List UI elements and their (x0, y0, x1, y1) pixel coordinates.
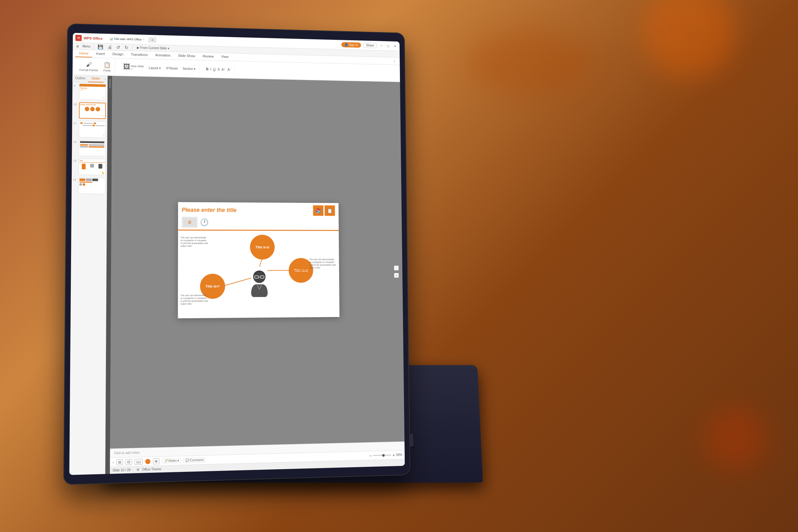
ribbon-expand-icon[interactable]: › (391, 57, 397, 64)
slide-item-13[interactable]: 13 Title 👆 (72, 157, 107, 177)
circle-top: Title text (250, 235, 275, 260)
slide-num-10: 10 (74, 102, 78, 106)
new-slide-arrow: ▾ (131, 68, 132, 71)
reset-label: Reset (170, 66, 178, 70)
tab-animation[interactable]: Animation (152, 52, 174, 59)
sign-in-label: Sign In (349, 43, 358, 47)
slide-num-13: 13 (73, 159, 78, 163)
comment-btn[interactable]: 💬 Comment (184, 457, 206, 463)
file-tab[interactable]: 📊 Flat stati--WPS Office × (106, 36, 148, 42)
slide-num-11: 11 (74, 121, 78, 125)
slide-item-11[interactable]: 11 (72, 120, 107, 139)
circle-top-label: Title text (255, 245, 269, 249)
layout-label: Layout ▾ (149, 66, 160, 70)
slide-subheader: 🖼 🕐 (178, 216, 339, 231)
tab-slides[interactable]: Slides (88, 75, 103, 82)
font-group: B I U S A⁺ A⁻ (204, 66, 234, 73)
slide-item-14[interactable]: 14 (72, 176, 107, 195)
slide-thumb-10[interactable]: Please enter the title ☆ (79, 102, 106, 119)
maximize-button[interactable]: □ (386, 44, 391, 48)
notes-icon: 📝 (164, 459, 168, 463)
paste-label: Paste (103, 69, 111, 72)
slide-body[interactable]: The user can demonstrate on a projector … (178, 233, 340, 308)
close-button[interactable]: × (393, 44, 397, 48)
share-button[interactable]: Share (363, 43, 377, 48)
plus-icon: + (152, 38, 154, 41)
slide-num-12: 12 (73, 140, 78, 144)
layout-button[interactable]: Layout ▾ (147, 65, 162, 71)
nav-prev-icon[interactable]: − (394, 266, 399, 270)
slide-item-10[interactable]: 10 Please enter the title ☆ (72, 101, 107, 120)
tab-view[interactable]: View (217, 53, 232, 61)
new-tab-btn[interactable]: + (148, 37, 156, 42)
font-size-decrease[interactable]: A⁻ (228, 68, 232, 72)
underline-button[interactable]: U (213, 67, 216, 71)
notes-placeholder: Click to add notes (114, 451, 140, 455)
panel-collapse-icon[interactable]: › (103, 76, 107, 82)
circle-left-label: Title text (205, 284, 220, 288)
strikethrough-button[interactable]: S (217, 67, 220, 71)
zoom-in-btn[interactable]: + (393, 453, 395, 457)
zoom-slider[interactable] (373, 455, 392, 456)
section-button[interactable]: Section ▾ (181, 66, 197, 71)
small-text-1: The user can demonstrate on a projector … (180, 236, 209, 248)
tab-design[interactable]: Design (109, 51, 127, 58)
close-tab-icon[interactable]: × (143, 38, 144, 41)
normal-view-btn[interactable]: ⊞ (116, 459, 123, 465)
slide-item-9[interactable]: 9 Teaching project ··· ☆ (72, 82, 107, 101)
reader-view-btn[interactable]: 📖 (135, 458, 143, 464)
new-slide-button[interactable]: 🖼 New Slide ▾ (121, 62, 146, 73)
slide-main[interactable]: Please enter the title 📚 📋 (178, 202, 340, 318)
nav-next-icon[interactable]: + (394, 273, 399, 278)
slide-editor: Please enter the title 📚 📋 (110, 76, 405, 474)
slide-thumb-9[interactable]: Teaching project ··· ☆ (79, 83, 106, 100)
tab-review[interactable]: Review (199, 53, 217, 60)
slide-title[interactable]: Please enter the title (182, 207, 236, 213)
slide-canvas-area[interactable]: Please enter the title 📚 📋 (110, 76, 405, 449)
paste-button[interactable]: 📋 Paste (102, 60, 113, 73)
notes-label: Notes (168, 459, 177, 462)
reset-button[interactable]: ↺ Reset (164, 65, 179, 72)
new-slide-label: New Slide (131, 64, 144, 68)
tab-transitions[interactable]: Transitions (127, 51, 152, 59)
notes-btn[interactable]: 📝 Notes ▾ (162, 458, 181, 463)
slide-thumb-12[interactable] (79, 140, 106, 156)
format-painter-button[interactable]: 🖌 Format Painter (78, 60, 100, 73)
undo-icon[interactable]: ↺ (116, 44, 121, 50)
slide-item-12[interactable]: 12 (72, 138, 107, 158)
tab-outline[interactable]: Outline (72, 75, 88, 82)
extra-view-btn[interactable]: ⊕ (153, 458, 159, 464)
slide-thumb-13[interactable]: Title 👆 (79, 159, 106, 175)
minimize-button[interactable]: − (379, 44, 383, 48)
tab-insert[interactable]: Insert (92, 50, 109, 58)
slide-icon-list: 📋 (324, 205, 335, 216)
present-btn[interactable] (145, 459, 151, 464)
zoom-out-btn[interactable]: − (369, 453, 372, 458)
italic-button[interactable]: I (210, 67, 211, 71)
panel-tabs: Outline Slides › (72, 75, 107, 83)
menu-label[interactable]: Menu (82, 44, 90, 48)
reset-icon: ↺ (166, 66, 169, 71)
font-size-increase[interactable]: A⁺ (222, 67, 226, 71)
title-controls: 👤 Sign In Share − □ × (341, 42, 397, 49)
clipboard-row: 🖌 Format Painter 📋 Paste (78, 60, 112, 73)
slide-icon-books: 📚 (313, 205, 323, 216)
format-painter-label: Format Painter (79, 68, 98, 72)
save-icon[interactable]: 💾 (97, 44, 104, 50)
wps-window: W WPS Office 📊 Flat stati--WPS Office × … (69, 33, 405, 475)
slides-row-1: 🖼 New Slide ▾ Layout ▾ ↺ (121, 62, 197, 74)
bold-button[interactable]: B (206, 67, 209, 71)
slides-group: 🖼 New Slide ▾ Layout ▾ ↺ (119, 60, 200, 75)
format-painter-icon: 🖌 (86, 61, 92, 68)
prev-slide-arrow[interactable]: ‹ (113, 460, 114, 465)
from-current-slide-btn[interactable]: ▶ From Current Slide ▾ (136, 45, 170, 51)
slide-thumb-14[interactable] (78, 178, 106, 194)
tab-home[interactable]: Home (75, 50, 92, 57)
menu-btn[interactable]: ≡ (75, 43, 80, 49)
print-icon[interactable]: 🖨 (107, 44, 113, 50)
tab-slideshow[interactable]: Slide Show (174, 52, 199, 60)
sign-in-button[interactable]: 👤 Sign In (341, 42, 361, 48)
slide-thumb-11[interactable]: ☆ (79, 121, 106, 137)
redo-icon[interactable]: ↻ (124, 44, 129, 51)
grid-view-btn[interactable]: ⊟ (126, 459, 132, 465)
